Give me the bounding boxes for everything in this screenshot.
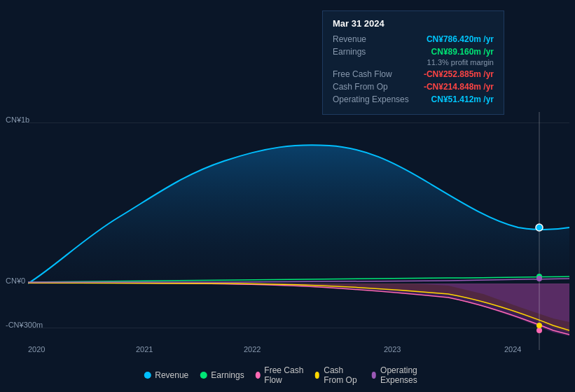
- cashfromop-cursor-dot: [536, 323, 542, 328]
- tooltip-value-fcf: -CN¥252.885m /yr: [424, 69, 494, 79]
- tooltip-value-revenue: CN¥786.420m /yr: [427, 34, 494, 44]
- tooltip-value-opex: CN¥51.412m /yr: [431, 94, 494, 104]
- y-label-mid: CN¥0: [6, 276, 25, 285]
- x-label-2021: 2021: [136, 345, 153, 354]
- chart-legend: Revenue Earnings Free Cash Flow Cash Fro…: [144, 365, 431, 385]
- revenue-fill: [28, 145, 569, 284]
- chart-svg: [28, 112, 569, 350]
- x-label-2024: 2024: [504, 345, 521, 354]
- legend-dot-fcf: [256, 372, 261, 379]
- legend-item-earnings: Earnings: [200, 370, 244, 380]
- tooltip-date: Mar 31 2024: [333, 18, 494, 29]
- tooltip-label-opex: Operating Expenses: [333, 94, 410, 104]
- tooltip-value-earnings: CN¥89.160m /yr: [431, 47, 494, 57]
- legend-item-revenue: Revenue: [144, 370, 188, 380]
- legend-item-opex: Operating Expenses: [371, 365, 431, 385]
- tooltip-row-opex: Operating Expenses CN¥51.412m /yr: [333, 94, 494, 104]
- fcf-cursor-dot: [536, 328, 542, 333]
- tooltip-label-cashfromop: Cash From Op: [333, 82, 410, 92]
- legend-dot-revenue: [144, 372, 151, 379]
- tooltip-row-earnings: Earnings CN¥89.160m /yr: [333, 47, 494, 57]
- tooltip-value-cashfromop: -CN¥214.848m /yr: [424, 82, 494, 92]
- legend-dot-opex: [371, 372, 376, 379]
- x-label-2023: 2023: [384, 345, 401, 354]
- opex-cursor-dot: [536, 276, 542, 281]
- x-label-2020: 2020: [28, 345, 45, 354]
- tooltip-row-fcf: Free Cash Flow -CN¥252.885m /yr: [333, 69, 494, 79]
- legend-label-opex: Operating Expenses: [380, 365, 431, 385]
- tooltip-label-revenue: Revenue: [333, 34, 410, 44]
- tooltip-label-earnings: Earnings: [333, 47, 410, 57]
- tooltip-box: Mar 31 2024 Revenue CN¥786.420m /yr Earn…: [322, 10, 504, 115]
- revenue-cursor-dot: [536, 224, 543, 231]
- legend-label-earnings: Earnings: [211, 370, 244, 380]
- legend-label-revenue: Revenue: [155, 370, 188, 380]
- legend-label-fcf: Free Cash Flow: [264, 365, 303, 385]
- legend-dot-cashfromop: [315, 372, 320, 379]
- chart-container: Mar 31 2024 Revenue CN¥786.420m /yr Earn…: [0, 0, 575, 392]
- legend-dot-earnings: [200, 372, 207, 379]
- tooltip-row-cashfromop: Cash From Op -CN¥214.848m /yr: [333, 82, 494, 92]
- x-label-2022: 2022: [244, 345, 261, 354]
- tooltip-profit-margin: 11.3% profit margin: [333, 58, 494, 66]
- tooltip-row-revenue: Revenue CN¥786.420m /yr: [333, 34, 494, 44]
- legend-label-cashfromop: Cash From Op: [324, 365, 360, 385]
- y-label-top: CN¥1b: [6, 115, 29, 124]
- legend-item-cashfromop: Cash From Op: [315, 365, 361, 385]
- legend-item-fcf: Free Cash Flow: [256, 365, 304, 385]
- tooltip-label-fcf: Free Cash Flow: [333, 69, 410, 79]
